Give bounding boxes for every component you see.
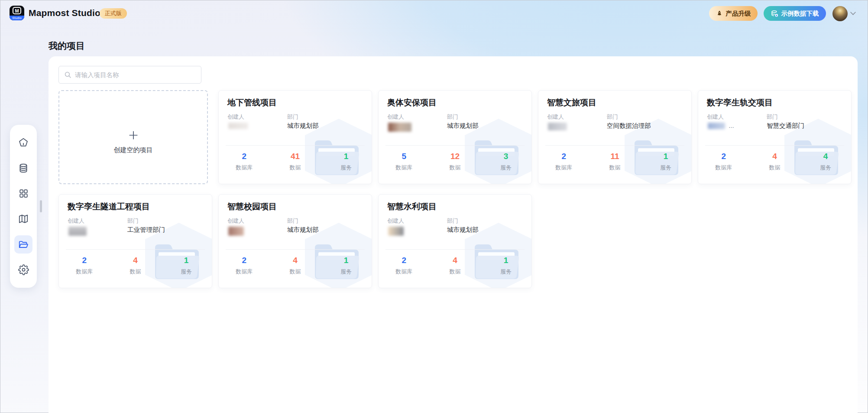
create-project-card[interactable]: 创建空的项目 xyxy=(58,90,208,184)
creator-name-redacted xyxy=(68,227,87,236)
stat-services: 1服务 xyxy=(321,255,372,276)
sidebar-drag-handle[interactable] xyxy=(40,200,42,212)
stat-data: 12数据 xyxy=(430,151,481,172)
project-card[interactable]: 智慧校园项目 创建人 部门 城市规划部 2数据库 4数据 1服务 xyxy=(218,194,372,288)
department-label: 部门 xyxy=(447,113,458,121)
sidebar-nav xyxy=(10,125,37,288)
stat-databases: 2数据库 xyxy=(219,255,270,276)
department-name: 城市规划部 xyxy=(447,122,479,130)
project-name: 智慧水利项目 xyxy=(387,201,437,212)
stat-services: 1服务 xyxy=(640,151,691,172)
project-name: 奥体安保项目 xyxy=(387,97,437,108)
department-name: 智慧交通部门 xyxy=(767,122,804,130)
search-input[interactable] xyxy=(75,72,196,78)
creator-label: 创建人 xyxy=(68,217,84,225)
main-panel: 创建空的项目 地下管线项目 创建人 部门 城市规划部 xyxy=(49,56,858,413)
stat-data: 11数据 xyxy=(589,151,641,172)
project-stats: 2数据库 4数据 1服务 xyxy=(379,255,531,276)
creator-name-redacted xyxy=(228,123,248,129)
stat-services: 3服务 xyxy=(480,151,531,172)
project-card[interactable]: 奥体安保项目 创建人 部门 城市规划部 5数据库 12数据 3服务 xyxy=(378,90,532,184)
project-name: 数字孪生隧道工程项目 xyxy=(68,201,150,212)
stat-services: 1服务 xyxy=(321,151,372,172)
sample-data-download-label: 示例数据下载 xyxy=(781,10,819,18)
app-logo: M Studio xyxy=(10,6,24,20)
product-upgrade-label: 产品升级 xyxy=(726,10,751,18)
sidebar-item-map[interactable] xyxy=(14,210,32,228)
page-title: 我的项目 xyxy=(49,40,85,52)
database-download-icon xyxy=(771,10,778,17)
project-stats: 2数据库 4数据 1服务 xyxy=(219,255,372,276)
card-divider xyxy=(385,145,525,146)
stat-data: 4数据 xyxy=(110,255,161,276)
project-search-box[interactable] xyxy=(58,66,201,84)
sidebar-item-home[interactable] xyxy=(14,133,32,152)
project-card[interactable]: 数字孪生隧道工程项目 创建人 部门 工业管理部门 2数据库 4数据 1服务 xyxy=(58,194,212,288)
card-divider xyxy=(226,249,365,250)
card-divider xyxy=(66,249,205,250)
project-name: 数字孪生轨交项目 xyxy=(707,97,773,108)
plus-icon xyxy=(128,130,139,141)
department-label: 部门 xyxy=(607,113,618,121)
department-name: 城市规划部 xyxy=(287,226,319,234)
sidebar-item-projects[interactable] xyxy=(14,235,32,254)
sidebar-item-apps[interactable] xyxy=(14,185,32,203)
project-card[interactable]: 智慧水利项目 创建人 部门 城市规划部 2数据库 4数据 1服务 xyxy=(378,194,532,288)
creator-label: 创建人 xyxy=(547,113,564,121)
creator-name-ellipsis: … xyxy=(729,123,734,129)
home-icon xyxy=(18,137,29,148)
project-stats: 2数据库 11数据 1服务 xyxy=(538,151,691,172)
stat-data: 4数据 xyxy=(270,255,321,276)
stat-databases: 2数据库 xyxy=(538,151,589,172)
user-avatar[interactable] xyxy=(832,6,848,21)
project-name: 智慧文旅项目 xyxy=(547,97,596,108)
search-icon xyxy=(64,71,71,78)
department-name: 工业管理部门 xyxy=(127,226,165,234)
stat-databases: 2数据库 xyxy=(698,151,749,172)
stat-services: 1服务 xyxy=(480,255,531,276)
creator-label: 创建人 xyxy=(227,113,244,121)
card-divider xyxy=(545,145,684,146)
card-divider xyxy=(226,145,365,146)
create-project-label: 创建空的项目 xyxy=(114,146,153,154)
project-stats: 2数据库 4数据 4服务 xyxy=(698,151,851,172)
sidebar-item-settings[interactable] xyxy=(14,261,32,279)
creator-label: 创建人 xyxy=(707,113,724,121)
creator-label: 创建人 xyxy=(387,217,404,225)
rocket-icon xyxy=(716,10,723,17)
creator-name-redacted xyxy=(548,123,567,130)
department-label: 部门 xyxy=(287,113,298,121)
product-upgrade-button[interactable]: 产品升级 xyxy=(709,6,758,21)
stat-databases: 2数据库 xyxy=(59,255,110,276)
app-title: Mapmost Studio xyxy=(29,8,100,18)
settings-gear-icon xyxy=(18,264,29,275)
stat-data: 4数据 xyxy=(430,255,481,276)
stat-databases: 2数据库 xyxy=(219,151,270,172)
creator-name-redacted xyxy=(708,123,725,129)
sample-data-download-button[interactable]: 示例数据下载 xyxy=(764,6,826,21)
creator-name-redacted xyxy=(228,227,244,236)
project-name: 智慧校园项目 xyxy=(227,201,277,212)
project-card[interactable]: 智慧文旅项目 创建人 部门 空间数据治理部 2数据库 11数据 1服务 xyxy=(538,90,692,184)
department-label: 部门 xyxy=(767,113,778,121)
chevron-down-icon[interactable] xyxy=(850,12,856,16)
stat-data: 41数据 xyxy=(270,151,321,172)
department-name: 空间数据治理部 xyxy=(607,122,651,130)
projects-folder-icon xyxy=(18,239,29,250)
project-stats: 2数据库 41数据 1服务 xyxy=(219,151,372,172)
projects-grid: 创建空的项目 地下管线项目 创建人 部门 城市规划部 xyxy=(58,90,852,288)
department-name: 城市规划部 xyxy=(287,122,319,130)
apps-grid-icon xyxy=(18,188,29,199)
project-card[interactable]: 地下管线项目 创建人 部门 城市规划部 2数据库 41数据 1服务 xyxy=(218,90,372,184)
creator-label: 创建人 xyxy=(227,217,244,225)
department-label: 部门 xyxy=(447,217,458,225)
creator-name-redacted xyxy=(388,123,411,132)
stat-databases: 5数据库 xyxy=(379,151,430,172)
department-name: 城市规划部 xyxy=(447,226,479,234)
project-card[interactable]: 数字孪生轨交项目 创建人 … 部门 智慧交通部门 2数据库 4数据 4服务 xyxy=(698,90,852,184)
sidebar-item-database[interactable] xyxy=(14,159,32,177)
project-stats: 5数据库 12数据 3服务 xyxy=(379,151,531,172)
project-stats: 2数据库 4数据 1服务 xyxy=(59,255,212,276)
stat-data: 4数据 xyxy=(749,151,800,172)
stat-services: 4服务 xyxy=(800,151,851,172)
